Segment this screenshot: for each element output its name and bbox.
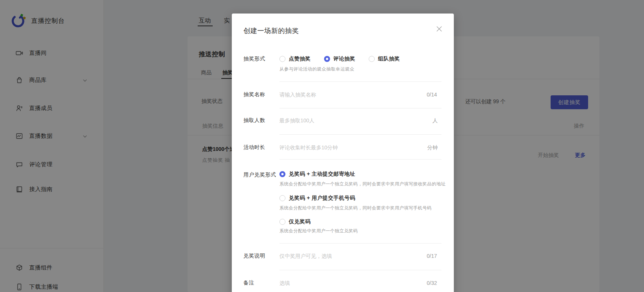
radio-label: 仅兑奖码 (289, 218, 311, 225)
field-label: 活动时长 (243, 144, 279, 151)
form-row-duration: 活动时长 分钟 (243, 144, 441, 151)
radio-checked-icon (324, 56, 330, 62)
radio-code-plus-phone[interactable]: 兑奖码 + 用户提交手机号码 (279, 195, 454, 202)
field-label: 抽奖形式 (243, 56, 279, 72)
unit-suffix: 人 (432, 117, 438, 124)
form-row-winner-count: 抽取人数 人 (243, 117, 441, 124)
winner-count-input[interactable] (279, 117, 441, 123)
form-row-redeem-note: 兑奖说明 0/17 (243, 253, 441, 259)
radio-icon (279, 195, 285, 201)
radio-comment-lottery[interactable]: 评论抽奖 (324, 56, 355, 62)
form-row-remark: 备注 0/32 (243, 280, 441, 286)
field-underline (279, 270, 441, 270)
radio-code-plus-address[interactable]: 兑奖码 + 主动提交邮寄地址 (279, 171, 454, 178)
field-label: 兑奖说明 (243, 253, 279, 259)
char-counter: 0/17 (427, 253, 437, 259)
field-underline (279, 243, 441, 244)
lottery-name-input[interactable] (279, 92, 441, 98)
field-label: 抽取人数 (243, 117, 279, 124)
field-underline (279, 108, 441, 108)
radio-icon (369, 56, 375, 62)
unit-suffix: 分钟 (427, 144, 438, 151)
close-icon[interactable] (435, 25, 443, 33)
app-root: 直播控制台 直播间 商品库 直播成员 (0, 0, 644, 292)
field-label: 备注 (243, 280, 279, 286)
radio-label: 兑奖码 + 用户提交手机号码 (289, 195, 355, 202)
form-row-lottery-name: 抽奖名称 0/14 (243, 91, 441, 98)
form-row-lottery-type: 抽奖形式 点赞抽奖 评论抽奖 组队抽奖 从参与评论活 (243, 56, 441, 72)
radio-team-lottery[interactable]: 组队抽奖 (369, 56, 400, 62)
radio-checked-icon (279, 171, 285, 177)
field-underline (279, 81, 441, 82)
radio-code-only[interactable]: 仅兑奖码 (279, 218, 454, 225)
field-label: 用户兑奖形式 (243, 172, 279, 178)
char-counter: 0/32 (427, 280, 437, 286)
radio-like-lottery[interactable]: 点赞抽奖 (279, 56, 311, 62)
radio-icon (279, 219, 285, 225)
redeem-note-input[interactable] (279, 253, 441, 259)
field-helper-text: 系统会分配给中奖用户一个独立兑奖码 (279, 228, 454, 234)
field-helper-text: 系统会分配给中奖用户一个独立兑奖码，同时会要求中奖用户填写手机号码 (279, 205, 454, 211)
field-label: 抽奖名称 (243, 91, 279, 98)
create-lottery-modal: 创建一场新的抽奖 抽奖形式 点赞抽奖 评论抽奖 (232, 14, 454, 292)
field-underline (279, 159, 441, 160)
radio-icon (279, 56, 285, 62)
field-helper-text: 系统会分配给中奖用户一个独立兑奖码，同时会要求中奖用户填写接收奖品的地址 (279, 181, 454, 187)
modal-title: 创建一场新的抽奖 (243, 26, 299, 35)
radio-label: 组队抽奖 (378, 56, 400, 62)
radio-label: 评论抽奖 (333, 56, 355, 62)
field-helper-text: 从参与评论活动的观众抽取幸运观众 (279, 66, 441, 72)
duration-input[interactable] (279, 144, 441, 151)
radio-label: 点赞抽奖 (289, 56, 311, 62)
char-counter: 0/14 (427, 92, 437, 98)
lottery-type-radio-group: 点赞抽奖 评论抽奖 组队抽奖 (279, 56, 441, 62)
field-underline (279, 134, 441, 135)
radio-label: 兑奖码 + 主动提交邮寄地址 (289, 171, 355, 178)
remark-input[interactable] (279, 280, 441, 286)
